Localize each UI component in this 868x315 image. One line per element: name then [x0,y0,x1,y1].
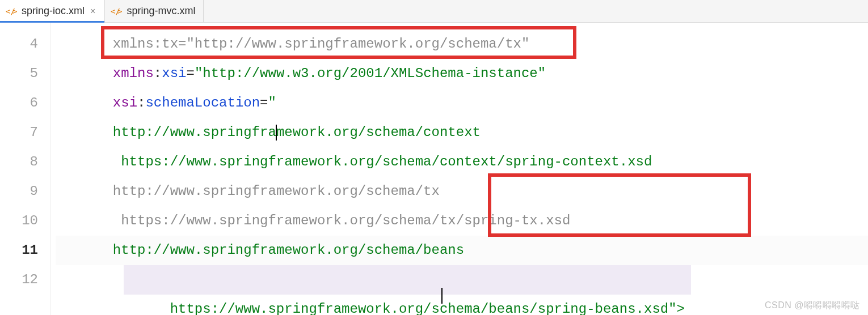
code-editor[interactable]: 4 5 6 7 8 9 10 11 12 xmlns:tx="http://ww… [0,23,868,315]
code-line: xmlns:xsi="http://www.w3.org/2001/XMLSch… [56,59,868,88]
text-caret [276,125,277,141]
tab-spring-mvc[interactable]: </> spring-mvc.xml [105,0,204,22]
line-number: 6 [0,88,38,118]
tab-spring-ioc[interactable]: </> spring-ioc.xml × [0,0,105,22]
code-line: https://www.springframework.org/schema/b… [56,265,868,295]
code-line-current: http://www.springframework.org/schema/be… [56,236,868,265]
gutter: 4 5 6 7 8 9 10 11 12 [0,23,51,315]
svg-text:>: > [12,7,17,16]
tab-label: spring-mvc.xml [127,5,195,17]
line-number: 8 [0,147,38,177]
line-number: 9 [0,177,38,206]
tab-bar: </> spring-ioc.xml × </> spring-mvc.xml [0,0,868,23]
tab-label: spring-ioc.xml [22,5,85,17]
xml-file-icon: </> [111,6,122,17]
code-line: https://www.springframework.org/schema/c… [56,147,868,177]
svg-text:>: > [117,7,122,16]
watermark: CSDN @嘚嘚嘚嘚嘚哒 [765,300,860,312]
line-number: 10 [0,206,38,236]
code-line: https://www.springframework.org/schema/t… [56,206,868,236]
code-line: http://www.springframework.org/schema/co… [56,118,868,147]
xml-file-icon: </> [6,6,17,17]
line-number: 4 [0,29,38,59]
code-line: xmlns:tx="http://www.springframework.org… [56,29,868,59]
line-number: 7 [0,118,38,147]
code-area[interactable]: xmlns:tx="http://www.springframework.org… [51,23,868,315]
close-icon[interactable]: × [89,6,96,16]
line-number: 5 [0,59,38,88]
selection-bg [124,265,691,295]
line-number-current: 11 [0,236,38,265]
text-caret [441,288,443,304]
line-number: 12 [0,265,38,295]
code-line: http://www.springframework.org/schema/tx [56,177,868,206]
code-line: xsi:schemaLocation=" [56,88,868,118]
